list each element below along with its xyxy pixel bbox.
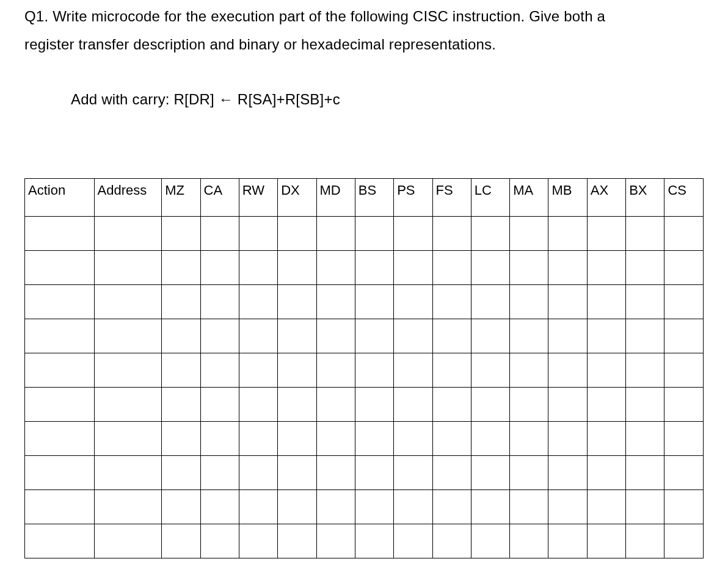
table-cell xyxy=(394,217,432,251)
table-cell xyxy=(548,388,587,422)
col-mb: MB xyxy=(548,179,587,217)
table-cell xyxy=(626,490,664,524)
table-cell xyxy=(239,422,277,456)
table-cell xyxy=(471,456,509,490)
table-cell xyxy=(587,524,625,558)
table-cell xyxy=(316,251,355,285)
table-cell xyxy=(239,456,277,490)
table-cell xyxy=(239,251,277,285)
table-cell xyxy=(316,422,355,456)
question-line-1: Q1. Write microcode for the execution pa… xyxy=(24,2,704,31)
table-cell xyxy=(471,319,509,353)
table-cell xyxy=(94,353,162,388)
table-cell xyxy=(471,353,509,388)
table-cell xyxy=(316,285,355,319)
table-body xyxy=(25,217,704,558)
col-cs: CS xyxy=(664,179,704,217)
table-cell xyxy=(278,353,316,388)
table-cell xyxy=(25,456,95,490)
col-fs: FS xyxy=(432,179,471,217)
table-cell xyxy=(432,251,471,285)
table-cell xyxy=(316,456,355,490)
table-cell xyxy=(278,217,316,251)
table-cell xyxy=(432,217,471,251)
table-cell xyxy=(664,319,704,353)
table-cell xyxy=(664,353,704,388)
table-cell xyxy=(316,319,355,353)
table-cell xyxy=(432,353,471,388)
table-cell xyxy=(239,353,277,388)
table-cell xyxy=(162,217,200,251)
table-cell xyxy=(355,524,393,558)
table-cell xyxy=(394,422,432,456)
table-cell xyxy=(394,353,432,388)
table-cell xyxy=(162,319,200,353)
instruction-line: Add with carry: R[DR] ← R[SA]+R[SB]+c xyxy=(71,91,704,108)
col-lc: LC xyxy=(471,179,509,217)
table-cell xyxy=(162,490,200,524)
table-cell xyxy=(239,217,277,251)
col-ps: PS xyxy=(394,179,432,217)
table-cell xyxy=(316,388,355,422)
table-cell xyxy=(162,251,200,285)
table-cell xyxy=(626,422,664,456)
table-cell xyxy=(94,490,162,524)
table-cell xyxy=(587,490,625,524)
table-cell xyxy=(510,456,548,490)
col-rw: RW xyxy=(239,179,277,217)
table-cell xyxy=(200,524,239,558)
table-cell xyxy=(510,524,548,558)
table-cell xyxy=(239,388,277,422)
table-cell xyxy=(548,456,587,490)
table-cell xyxy=(278,251,316,285)
table-cell xyxy=(587,422,625,456)
table-cell xyxy=(510,285,548,319)
table-cell xyxy=(432,285,471,319)
table-cell xyxy=(94,319,162,353)
table-cell xyxy=(432,319,471,353)
table-cell xyxy=(316,353,355,388)
table-cell xyxy=(94,217,162,251)
microcode-table: Action Address MZ CA RW DX MD BS PS FS L… xyxy=(24,178,704,558)
table-cell xyxy=(510,490,548,524)
table-cell xyxy=(432,456,471,490)
table-cell xyxy=(239,319,277,353)
table-cell xyxy=(25,251,95,285)
table-cell xyxy=(25,353,95,388)
table-header-row: Action Address MZ CA RW DX MD BS PS FS L… xyxy=(25,179,704,217)
table-cell xyxy=(200,251,239,285)
table-cell xyxy=(239,524,277,558)
table-cell xyxy=(25,285,95,319)
table-row xyxy=(25,353,704,388)
table-cell xyxy=(664,524,704,558)
table-cell xyxy=(239,490,277,524)
question-text: Q1. Write microcode for the execution pa… xyxy=(24,2,704,58)
table-cell xyxy=(355,490,393,524)
table-cell xyxy=(394,490,432,524)
table-cell xyxy=(548,524,587,558)
table-cell xyxy=(548,217,587,251)
table-cell xyxy=(471,524,509,558)
table-cell xyxy=(626,319,664,353)
table-cell xyxy=(25,319,95,353)
table-cell xyxy=(25,217,95,251)
table-row xyxy=(25,388,704,422)
table-cell xyxy=(355,217,393,251)
table-cell xyxy=(278,285,316,319)
table-cell xyxy=(587,319,625,353)
table-cell xyxy=(25,422,95,456)
col-ma: MA xyxy=(510,179,548,217)
table-cell xyxy=(510,353,548,388)
table-cell xyxy=(510,217,548,251)
table-cell xyxy=(200,353,239,388)
table-cell xyxy=(355,456,393,490)
table-row xyxy=(25,285,704,319)
table-cell xyxy=(394,524,432,558)
table-cell xyxy=(394,456,432,490)
table-cell xyxy=(278,524,316,558)
table-cell xyxy=(471,285,509,319)
table-cell xyxy=(664,217,704,251)
table-cell xyxy=(587,353,625,388)
table-cell xyxy=(94,422,162,456)
table-cell xyxy=(626,456,664,490)
